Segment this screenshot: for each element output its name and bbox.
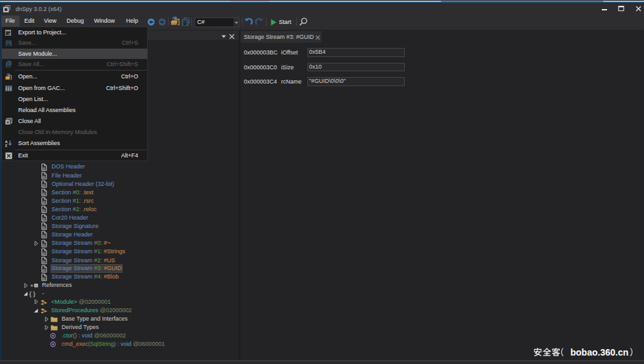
svg-text:Z: Z xyxy=(5,143,8,147)
svg-text:bobao.360.cn: bobao.360.cn xyxy=(571,347,628,358)
svg-text:{ }: { } xyxy=(29,291,36,297)
